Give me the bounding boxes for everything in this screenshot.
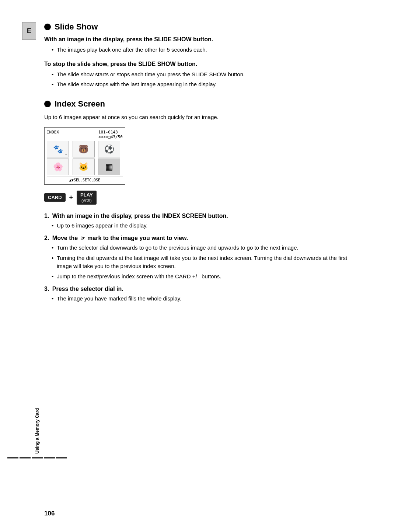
step-2-bullet-1: Turn the selector dial downwards to go t… [52,244,361,252]
slide-show-title: Slide Show [44,22,361,32]
step-2-title-prefix: Move the [52,235,78,241]
index-diagram: INDEX 101-0143 <<<<□43/50 🐾 → 🐻 ⚽ [44,127,125,185]
index-top-right: 101-0143 [98,130,118,135]
slide-show-main-instruction: With an image in the display, press the … [44,36,361,43]
play-button: PLAY (VCR) [77,191,96,205]
index-cell-icon-3: ⚽ [104,145,114,154]
index-cell-icon-1: 🐾 [53,145,63,154]
slide-show-stop-title: To stop the slide show, press the SLIDE … [44,61,361,67]
slide-show-stop-bullet-2: The slide show stops with the last image… [52,80,361,89]
index-grid: 🐾 → 🐻 ⚽ 🌸 🐱 ▦ [47,141,123,175]
step-3-bullet-1: The image you have marked fills the whol… [52,295,361,303]
step-2-title: 2. Move the ☞ mark to the image you want… [44,235,361,241]
index-screen-title-text: Index Screen [55,99,105,109]
step-1-title-text: With an image in the display, press the … [52,213,228,219]
index-cell-5: 🐱 [73,159,95,175]
index-cell-icon-5: 🐱 [78,162,88,172]
step-3-title: 3. Press the selector dial in. [44,286,361,292]
index-bottom-bar: ▲▼SEL.SETCLOSE [47,177,123,182]
step-2-bullet-3: Jump to the next/previous index screen w… [52,272,361,281]
play-button-line1: PLAY [80,192,92,198]
index-cell-icon-4: 🌸 [53,162,63,172]
step-2-number: 2. [44,235,49,241]
step-3: 3. Press the selector dial in. The image… [44,286,361,303]
card-button: CARD [44,193,66,202]
button-row: CARD + PLAY (VCR) [44,191,361,205]
finger-icon: ☞ [80,235,85,241]
index-screen-intro: Up to 6 images appear at once so you can… [44,113,361,122]
index-screen-title: Index Screen [44,99,361,109]
side-label: Using a Memory Card [7,408,67,458]
slide-show-stop-block: To stop the slide show, press the SLIDE … [44,61,361,89]
play-button-line2: (VCR) [80,198,92,203]
index-cell-icon-2: 🐻 [78,145,88,154]
side-lines [7,457,67,458]
side-line-1 [7,457,18,458]
slide-show-stop-bullet-1: The slide show starts or stops each time… [52,70,361,79]
e-tab: E [22,22,36,40]
slide-show-section: Slide Show With an image in the display,… [44,22,361,89]
step-3-number: 3. [44,286,49,292]
index-screen-section: Index Screen Up to 6 images appear at on… [44,99,361,303]
index-cell-4: 🌸 [47,159,69,175]
step-2-title-suffix: mark to the image you want to view. [87,235,188,241]
index-cell-icon-6: ▦ [105,162,113,172]
page-number: 106 [44,510,55,517]
index-screen-bullet [44,101,51,107]
index-cell-1: 🐾 → [47,141,69,157]
index-label: INDEX [47,130,59,139]
side-line-3 [32,457,43,458]
side-line-4 [44,457,55,458]
step-1: 1. With an image in the display, press t… [44,213,361,230]
index-arrow-1: → [64,153,68,156]
step-1-number: 1. [44,213,49,219]
e-tab-label: E [27,27,31,35]
side-line-5 [56,457,67,458]
page-container: E Using a Memory Card Slide Show With an… [0,0,398,532]
slide-show-title-text: Slide Show [55,22,98,32]
step-2: 2. Move the ☞ mark to the image you want… [44,235,361,281]
step-1-bullet-1: Up to 6 images appear in the display. [52,222,361,230]
index-top-right2: <<<<□43/50 [98,135,123,139]
index-numbers: 101-0143 <<<<□43/50 [98,130,123,139]
plus-sign: + [69,194,73,201]
index-cell-3: ⚽ [98,141,120,157]
step-2-bullet-2: Turning the dial upwards at the last ima… [52,254,361,271]
slide-show-main-bullet: The images play back one after the other… [52,46,361,54]
index-top-bar: INDEX 101-0143 <<<<□43/50 [47,130,123,139]
index-cell-6: ▦ [98,159,120,175]
step-1-title: 1. With an image in the display, press t… [44,213,361,219]
slide-show-bullet [44,24,51,30]
step-3-title-text: Press the selector dial in. [52,286,123,292]
index-cell-2: 🐻 [73,141,95,157]
side-line-2 [20,457,31,458]
side-label-text: Using a Memory Card [35,408,40,453]
